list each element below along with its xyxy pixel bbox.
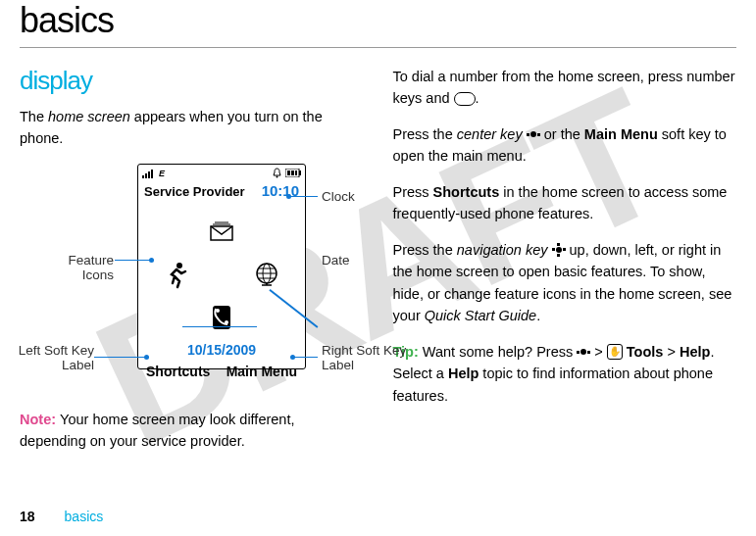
section-heading-display: display bbox=[20, 66, 364, 96]
para-dial: To dial a number from the home screen, p… bbox=[393, 66, 737, 110]
edge-icon: E bbox=[159, 168, 171, 178]
para-shortcuts: Press Shortcuts in the home screen to ac… bbox=[393, 181, 737, 225]
text-fragment: or the bbox=[540, 126, 584, 142]
running-man-icon bbox=[159, 258, 194, 291]
svg-rect-10 bbox=[291, 171, 294, 175]
callout-clock: Clock bbox=[322, 189, 355, 205]
tools-hand-icon: ✋ bbox=[607, 344, 623, 360]
text-fragment: To dial a number from the home screen, p… bbox=[393, 69, 735, 106]
tip-paragraph: Tip: Want some help? Press > ✋ Tools > H… bbox=[393, 341, 737, 407]
svg-rect-0 bbox=[142, 175, 144, 178]
nav-key-em: navigation key bbox=[457, 242, 548, 258]
text-fragment: > bbox=[590, 344, 607, 360]
signal-icon bbox=[142, 168, 156, 178]
text-fragment: . bbox=[536, 308, 540, 323]
tools-strong: Tools bbox=[623, 344, 664, 360]
contacts-icon bbox=[204, 301, 239, 334]
page-footer: 18basics bbox=[20, 509, 103, 524]
svg-rect-9 bbox=[287, 171, 290, 175]
svg-text:E: E bbox=[159, 169, 166, 178]
svg-rect-2 bbox=[148, 171, 150, 178]
center-key-em: center key bbox=[457, 126, 523, 142]
right-softkey-label: Main Menu bbox=[227, 364, 297, 379]
center-key-icon bbox=[527, 128, 540, 140]
note-paragraph: Note: Your home screen may look differen… bbox=[20, 409, 364, 453]
phone-screen-frame: E Service Provider 10:10 bbox=[137, 164, 306, 369]
qsg-em: Quick Start Guide bbox=[425, 308, 536, 323]
status-bar: E bbox=[138, 165, 305, 182]
callout-left-softkey: Left Soft Key Label bbox=[16, 343, 94, 373]
page-title: basics bbox=[20, 0, 736, 48]
page-number: 18 bbox=[20, 509, 35, 524]
date-value: 10/15/2009 bbox=[138, 342, 305, 358]
text-fragment: Press bbox=[393, 184, 433, 200]
callout-feature-icons: Feature Icons bbox=[33, 253, 114, 283]
svg-rect-1 bbox=[145, 173, 147, 178]
shortcuts-strong: Shortcuts bbox=[433, 184, 500, 200]
service-provider-label: Service Provider bbox=[144, 184, 245, 199]
svg-rect-8 bbox=[299, 171, 301, 175]
home-screen-diagram: E Service Provider 10:10 bbox=[59, 164, 364, 389]
para-navkey: Press the navigation key up, down, left,… bbox=[393, 239, 737, 327]
callout-date: Date bbox=[322, 253, 350, 268]
left-softkey-label: Shortcuts bbox=[146, 364, 210, 379]
text-fragment: > bbox=[663, 344, 680, 360]
note-text: Your home screen may look different, dep… bbox=[20, 412, 294, 449]
svg-rect-11 bbox=[295, 171, 297, 175]
text-fragment: Press the bbox=[393, 126, 457, 142]
help-strong: Help bbox=[680, 344, 710, 360]
home-screen-em: home screen bbox=[48, 109, 130, 124]
callout-right-softkey: Right Soft Key Label bbox=[322, 343, 410, 373]
note-label: Note: bbox=[20, 412, 60, 427]
svg-rect-3 bbox=[151, 170, 153, 178]
svg-point-16 bbox=[216, 309, 220, 313]
main-menu-strong: Main Menu bbox=[584, 126, 658, 142]
svg-point-6 bbox=[277, 176, 278, 178]
svg-point-17 bbox=[225, 320, 228, 324]
text-fragment: Want some help? Press bbox=[423, 344, 577, 360]
intro-paragraph: The home screen appears when you turn on… bbox=[20, 106, 364, 150]
para-center-key: Press the center key or the Main Menu so… bbox=[393, 123, 737, 168]
text-fragment: . bbox=[476, 90, 479, 106]
center-key-icon bbox=[577, 346, 590, 358]
svg-point-12 bbox=[176, 263, 182, 268]
feature-icon-grid bbox=[138, 215, 305, 334]
send-key-icon bbox=[454, 92, 476, 106]
envelope-icon bbox=[204, 215, 239, 248]
navigation-key-icon bbox=[552, 243, 566, 257]
help-strong-2: Help bbox=[448, 365, 479, 381]
bell-icon bbox=[272, 168, 282, 178]
battery-icon bbox=[285, 169, 301, 177]
globe-icon bbox=[249, 258, 284, 291]
text-fragment: The bbox=[20, 109, 48, 124]
footer-section-label: basics bbox=[65, 509, 104, 524]
text-fragment: Press the bbox=[393, 242, 457, 258]
